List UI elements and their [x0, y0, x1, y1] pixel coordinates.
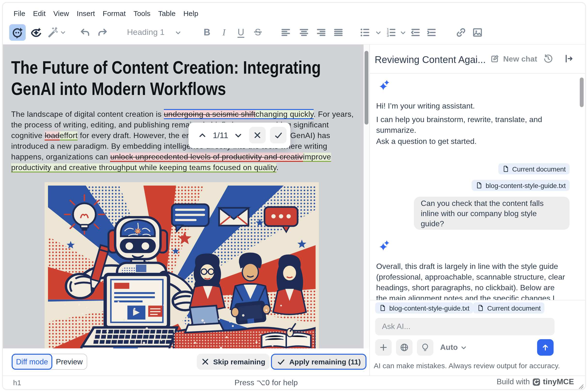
svg-text:3: 3: [387, 34, 389, 38]
